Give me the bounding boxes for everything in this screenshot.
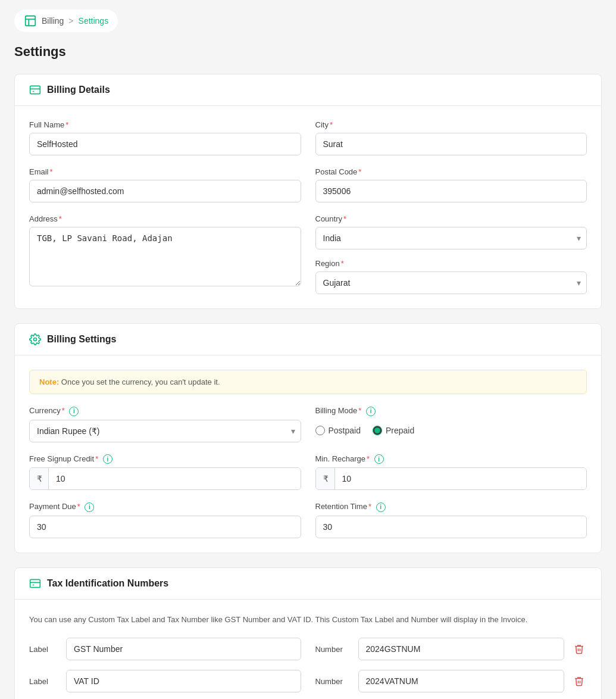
region-label: Region*	[315, 259, 587, 268]
country-group: Country* India USA UK ▾	[315, 214, 587, 249]
tax-entries-container: Label Number Label Number	[29, 638, 587, 692]
delete-tax-button-0[interactable]	[571, 641, 587, 657]
postpaid-option[interactable]: Postpaid	[315, 426, 361, 435]
tax-number-group-0: Number	[315, 638, 587, 660]
address-group: Address* TGB, LP Savani Road, Adajan	[29, 214, 301, 294]
city-input[interactable]	[315, 133, 587, 155]
tax-label-group-1: Label	[29, 670, 301, 692]
min-recharge-label: Min. Recharge* i	[315, 454, 587, 464]
tax-label-text-1: Label	[29, 677, 59, 686]
prepaid-option[interactable]: Prepaid	[373, 426, 414, 435]
retention-time-input[interactable]	[315, 516, 587, 538]
tax-entry-row: Label Number	[29, 670, 587, 692]
tax-identification-card: Tax Identification Numbers You can use a…	[14, 567, 602, 699]
payment-due-label: Payment Due* i	[29, 502, 301, 512]
min-recharge-input-group: ₹	[315, 467, 587, 490]
tax-number-group-1: Number	[315, 670, 587, 692]
email-input[interactable]	[29, 180, 301, 202]
city-label: City*	[315, 120, 587, 129]
country-label: Country*	[315, 214, 587, 223]
region-group: Region* Gujarat Maharashtra Delhi ▾	[315, 259, 587, 294]
tax-identification-header: Tax Identification Numbers	[15, 568, 601, 600]
free-signup-credit-input-group: ₹	[29, 467, 301, 490]
svg-point-6	[34, 338, 37, 341]
region-select[interactable]: Gujarat Maharashtra Delhi	[315, 272, 587, 294]
billing-mode-radio-group: Postpaid Prepaid	[315, 420, 587, 441]
free-signup-currency-symbol: ₹	[30, 468, 49, 489]
min-recharge-currency-symbol: ₹	[316, 468, 335, 489]
svg-rect-3	[30, 86, 40, 93]
tax-label-text-0: Label	[29, 645, 59, 654]
free-signup-info-icon[interactable]: i	[103, 454, 112, 464]
page-title: Settings	[14, 44, 602, 60]
currency-group: Currency* i Indian Rupee (₹) USD ($) ▾	[29, 406, 301, 442]
currency-label: Currency* i	[29, 406, 301, 416]
country-select[interactable]: India USA UK	[315, 227, 587, 249]
tax-identification-title: Tax Identification Numbers	[47, 578, 168, 589]
tax-identification-icon	[29, 578, 41, 589]
retention-time-label: Retention Time* i	[315, 502, 587, 512]
billing-mode-group: Billing Mode* i Postpaid Prepaid	[315, 406, 587, 442]
min-recharge-input[interactable]	[335, 468, 587, 489]
billing-mode-label: Billing Mode* i	[315, 406, 587, 416]
prepaid-label: Prepaid	[386, 426, 414, 435]
city-group: City*	[315, 120, 587, 155]
min-recharge-group: Min. Recharge* i ₹	[315, 454, 587, 491]
breadcrumb-home[interactable]: Billing	[42, 16, 64, 26]
full-name-label: Full Name*	[29, 120, 301, 129]
billing-details-title: Billing Details	[47, 85, 110, 95]
full-name-input[interactable]	[29, 133, 301, 155]
tax-label-input-1[interactable]	[66, 670, 301, 692]
tax-label-group-0: Label	[29, 638, 301, 660]
note-text: Once you set the currency, you can't upd…	[61, 377, 220, 386]
tax-entry-row: Label Number	[29, 638, 587, 660]
full-name-group: Full Name*	[29, 120, 301, 155]
tax-description: You can use any Custom Tax Label and Tax…	[29, 614, 587, 626]
billing-settings-title: Billing Settings	[47, 334, 116, 345]
tax-number-text-0: Number	[315, 645, 351, 654]
tax-number-input-0[interactable]	[358, 638, 565, 660]
postal-code-group: Postal Code*	[315, 167, 587, 202]
svg-rect-7	[30, 579, 40, 587]
billing-icon	[24, 14, 37, 27]
postpaid-label: Postpaid	[329, 426, 361, 435]
free-signup-credit-input[interactable]	[49, 468, 301, 489]
tax-number-text-1: Number	[315, 677, 351, 686]
prepaid-radio[interactable]	[373, 426, 382, 435]
min-recharge-info-icon[interactable]: i	[374, 454, 384, 464]
free-signup-credit-group: Free Signup Credit* i ₹	[29, 454, 301, 491]
billing-settings-header: Billing Settings	[15, 324, 601, 355]
postal-code-label: Postal Code*	[315, 167, 587, 176]
payment-due-info-icon[interactable]: i	[85, 503, 94, 512]
tax-label-input-0[interactable]	[66, 638, 301, 660]
currency-note: Note: Once you set the currency, you can…	[29, 370, 587, 394]
svg-rect-0	[26, 16, 36, 26]
currency-info-icon[interactable]: i	[69, 407, 79, 416]
free-signup-credit-label: Free Signup Credit* i	[29, 454, 301, 464]
billing-details-header: Billing Details	[15, 74, 601, 106]
address-input[interactable]: TGB, LP Savani Road, Adajan	[29, 227, 301, 286]
retention-time-group: Retention Time* i	[315, 502, 587, 538]
billing-mode-info-icon[interactable]: i	[366, 407, 376, 416]
billing-settings-card: Billing Settings Note: Once you set the …	[14, 323, 602, 553]
postal-code-input[interactable]	[315, 180, 587, 202]
email-label: Email*	[29, 167, 301, 176]
payment-due-group: Payment Due* i	[29, 502, 301, 538]
retention-time-info-icon[interactable]: i	[376, 503, 386, 512]
postpaid-radio[interactable]	[315, 426, 325, 435]
note-label: Note:	[39, 377, 59, 386]
breadcrumb-separator: >	[68, 16, 73, 26]
payment-due-input[interactable]	[29, 516, 301, 538]
billing-details-card: Billing Details Full Name* City*	[14, 74, 602, 309]
tax-number-input-1[interactable]	[358, 670, 565, 692]
delete-tax-button-1[interactable]	[571, 673, 587, 689]
billing-settings-icon	[29, 333, 41, 345]
email-group: Email*	[29, 167, 301, 202]
breadcrumb: Billing > Settings	[14, 10, 118, 32]
billing-details-icon	[29, 84, 41, 96]
address-label: Address*	[29, 214, 301, 223]
currency-select[interactable]: Indian Rupee (₹) USD ($)	[29, 420, 301, 442]
breadcrumb-current: Settings	[79, 16, 109, 26]
